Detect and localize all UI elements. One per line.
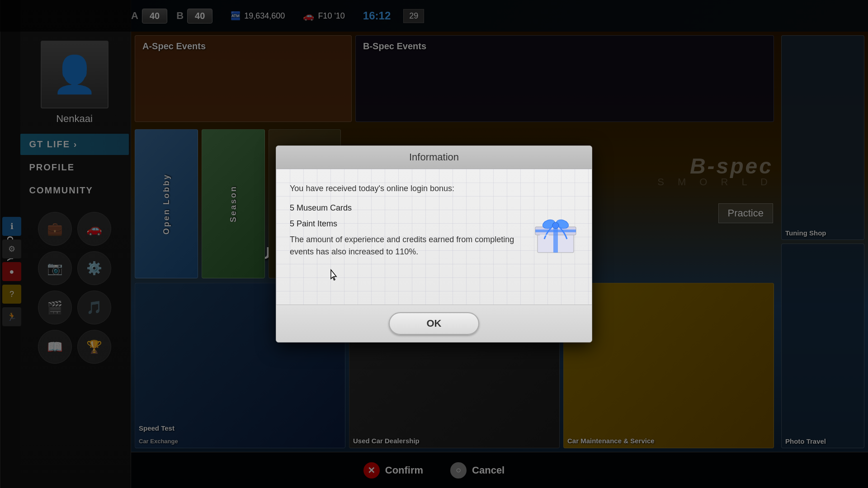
modal-bonus1: 5 Museum Cards (290, 202, 524, 214)
modal-title: Information (409, 151, 459, 163)
information-modal: Information You have received today's on… (276, 145, 592, 343)
modal-footer: OK (276, 305, 592, 342)
modal-gift (533, 210, 578, 265)
ok-button[interactable]: OK (389, 312, 479, 335)
modal-body: You have received today's online login b… (276, 169, 592, 305)
svg-rect-8 (540, 235, 549, 236)
modal-text-area: You have received today's online login b… (290, 183, 524, 265)
svg-rect-3 (553, 235, 558, 253)
modal-header: Information (276, 146, 592, 169)
modal-message: You have received today's online login b… (290, 183, 524, 195)
modal-content: You have received today's online login b… (290, 183, 578, 265)
modal-bonus2: 5 Paint Items (290, 218, 524, 230)
modal-overlay: Information You have received today's on… (0, 0, 868, 488)
svg-point-7 (552, 222, 559, 229)
gift-icon (533, 210, 578, 255)
modal-extra: The amount of experience and credits ear… (290, 234, 524, 258)
svg-rect-4 (535, 230, 576, 232)
